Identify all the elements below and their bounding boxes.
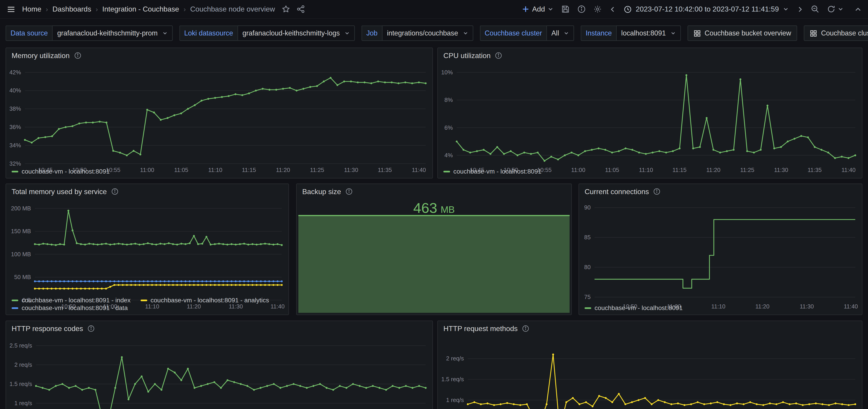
hamburger-menu-button[interactable] — [6, 5, 16, 13]
time-shift-back-button[interactable] — [610, 6, 616, 12]
panel-header[interactable]: Current connections — [579, 184, 862, 198]
dashboard-settings-button[interactable] — [594, 5, 602, 13]
svg-text:2 req/s: 2 req/s — [14, 362, 32, 368]
info-icon[interactable] — [345, 188, 353, 195]
legend-label: couchbase-vm - localhost:8091 — [594, 305, 682, 311]
collapse-toolbar-button[interactable] — [855, 6, 861, 12]
info-icon[interactable] — [522, 325, 529, 332]
panel-header[interactable]: HTTP request methods — [438, 321, 862, 336]
gear-icon — [594, 5, 602, 13]
info-icon[interactable] — [111, 188, 119, 195]
panel-header[interactable]: Total memory used by service — [6, 184, 288, 198]
clock-icon — [624, 5, 632, 13]
datasource-label: Data source — [5, 26, 52, 41]
time-shift-forward-button[interactable] — [797, 6, 803, 12]
dashboard-insights-button[interactable] — [578, 5, 586, 13]
caret-down-icon — [837, 6, 843, 12]
svg-text:40%: 40% — [9, 87, 21, 94]
loki-datasource-variable: Loki datasource grafanacloud-keithschmit… — [179, 26, 355, 41]
svg-text:75: 75 — [584, 294, 591, 300]
caret-down-icon — [783, 6, 789, 12]
info-icon[interactable] — [74, 52, 81, 59]
cpu-utilization-chart[interactable]: 4%6%8%10%10:4510:5010:5511:0011:0511:101… — [438, 62, 862, 168]
zoom-out-icon — [811, 5, 819, 13]
total-memory-by-service-chart[interactable]: 0 B50 MB100 MB150 MB200 MB10:5011:0011:1… — [6, 198, 288, 297]
job-label: Job — [361, 26, 382, 41]
breadcrumb-dashboard-name[interactable]: Integration - Couchbase — [102, 5, 179, 13]
save-dashboard-button[interactable] — [562, 5, 570, 13]
info-icon[interactable] — [88, 325, 95, 332]
svg-text:50 MB: 50 MB — [14, 274, 31, 280]
caret-down-icon — [463, 31, 468, 36]
svg-text:8%: 8% — [444, 97, 453, 103]
legend-marker — [11, 171, 18, 172]
svg-text:200 MB: 200 MB — [11, 205, 31, 211]
panel-memory-utilization: Memory utilization 32%34%36%38%40%42%10:… — [5, 47, 433, 178]
legend-label: couchbase-vm - localhost:8091 — [454, 168, 541, 175]
top-nav: Home › Dashboards › Integration - Couchb… — [0, 0, 868, 19]
panel-title: Total memory used by service — [11, 187, 107, 196]
http-request-methods-chart[interactable]: 0.5 req/s1 req/s1.5 req/s2 req/s10:4510:… — [438, 336, 862, 409]
svg-text:2 req/s: 2 req/s — [446, 355, 464, 362]
grid-icon — [810, 30, 817, 37]
breadcrumb-separator: › — [184, 5, 186, 13]
stat-value-wrap: 463 MB — [297, 200, 571, 217]
time-range-picker[interactable]: 2023-07-12 10:42:00 to 2023-07-12 11:41:… — [624, 5, 789, 13]
svg-text:90: 90 — [584, 204, 591, 211]
http-response-codes-chart[interactable]: 1 req/s1.5 req/s2 req/s2.5 req/s10:4510:… — [6, 336, 432, 409]
share-button[interactable] — [297, 5, 305, 13]
loki-datasource-label: Loki datasource — [179, 26, 238, 41]
legend-item[interactable]: couchbase-vm - localhost:8091 — [11, 168, 110, 175]
backup-size-stat[interactable]: 463 MB — [297, 198, 571, 314]
legend-marker — [141, 299, 147, 301]
instance-select[interactable]: localhost:8091 — [616, 26, 681, 41]
current-connections-chart[interactable]: 7580859010:5011:0011:1011:2011:3011:40 — [579, 198, 862, 305]
panel-header[interactable]: HTTP response codes — [6, 321, 432, 336]
legend-item[interactable]: couchbase-vm - localhost:8091 - data — [11, 305, 128, 311]
datasource-select[interactable]: grafanacloud-keithschmitty-prom — [52, 26, 173, 41]
panel-header[interactable]: CPU utilization — [438, 48, 862, 63]
svg-text:80: 80 — [584, 264, 591, 270]
svg-text:100 MB: 100 MB — [11, 251, 31, 258]
legend-item[interactable]: couchbase-vm - localhost:8091 — [443, 168, 541, 175]
chevron-right-icon — [797, 6, 803, 12]
legend-item[interactable]: couchbase-vm - localhost:8091 - analytic… — [141, 297, 269, 303]
panel-http-request-methods: HTTP request methods 0.5 req/s1 req/s1.5… — [437, 321, 863, 409]
breadcrumb-dashboards[interactable]: Dashboards — [53, 5, 91, 13]
caret-down-icon — [344, 31, 350, 36]
job-select[interactable]: integrations/couchbase — [382, 26, 473, 41]
share-icon — [297, 5, 305, 13]
hamburger-menu-icon — [6, 5, 16, 13]
datasource-value: grafanacloud-keithschmitty-prom — [57, 29, 158, 37]
svg-text:4%: 4% — [444, 152, 453, 159]
stat-unit: MB — [440, 205, 455, 215]
instance-value: localhost:8091 — [621, 29, 666, 37]
cluster-overview-link[interactable]: Couchbase cluster overview — [804, 26, 868, 41]
refresh-interval-button[interactable] — [837, 6, 843, 12]
refresh-icon — [827, 5, 835, 13]
refresh-button[interactable] — [827, 5, 835, 13]
breadcrumb-home[interactable]: Home — [22, 5, 41, 13]
bucket-overview-link[interactable]: Couchbase bucket overview — [687, 26, 797, 41]
svg-text:10%: 10% — [441, 69, 453, 75]
panel-header[interactable]: Backup size — [297, 184, 571, 198]
panel-title: Backup size — [302, 187, 341, 196]
stat-value: 463 — [413, 200, 437, 217]
info-icon[interactable] — [653, 188, 661, 195]
legend-item[interactable]: couchbase-vm - localhost:8091 - index — [11, 297, 130, 303]
loki-datasource-select[interactable]: grafanacloud-keithschmitty-logs — [238, 26, 355, 41]
grid-icon — [693, 30, 701, 37]
legend-item[interactable]: couchbase-vm - localhost:8091 — [585, 305, 682, 311]
favorite-star-button[interactable] — [282, 5, 290, 13]
memory-utilization-chart[interactable]: 32%34%36%38%40%42%10:4510:5010:5511:0011… — [6, 62, 432, 168]
panel-header[interactable]: Memory utilization — [6, 48, 432, 63]
legend-label: couchbase-vm - localhost:8091 — [22, 168, 110, 175]
zoom-out-time-button[interactable] — [811, 5, 819, 13]
couchbase-cluster-select[interactable]: All — [547, 26, 574, 41]
svg-text:1 req/s: 1 req/s — [446, 397, 464, 403]
job-variable: Job integrations/couchbase — [361, 26, 473, 41]
info-icon[interactable] — [495, 52, 502, 59]
svg-text:85: 85 — [584, 234, 591, 240]
add-button[interactable]: Add — [522, 5, 554, 13]
legend-marker — [585, 307, 591, 309]
